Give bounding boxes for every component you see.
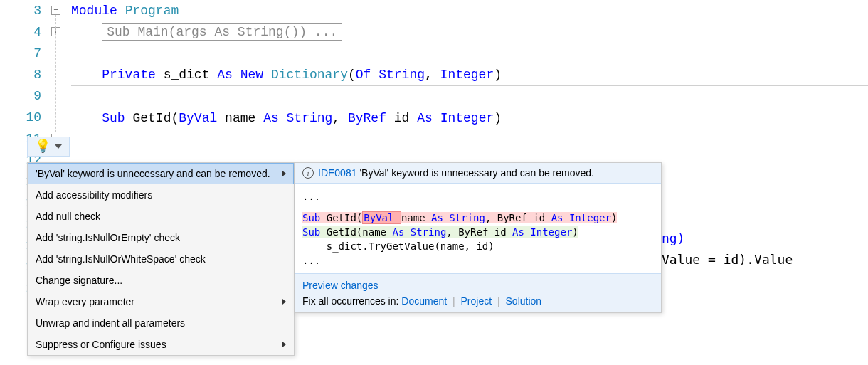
diagnostic-code: IDE0081	[318, 167, 356, 179]
qa-add-accessibility[interactable]: Add accessibility modifiers	[28, 184, 294, 206]
preview-pane: i IDE0081 'ByVal' keyword is unnecessary…	[295, 162, 662, 313]
preview-changes-link[interactable]: Preview changes	[302, 280, 379, 291]
submenu-arrow-icon	[282, 171, 286, 176]
collapsed-region[interactable]: Sub Main(args As String()) ...	[102, 23, 342, 41]
qa-add-null-check[interactable]: Add null check	[28, 206, 294, 227]
chevron-down-icon	[55, 144, 62, 149]
info-icon: i	[302, 167, 314, 179]
diagnostic-text: 'ByVal' keyword is unnecessary and can b…	[359, 167, 594, 179]
fold-guide	[55, 15, 56, 136]
qa-isnullorwhitespace[interactable]: Add 'string.IsNullOrWhiteSpace' check	[28, 248, 294, 270]
quick-actions-menu: 'ByVal' keyword is unnecessary and can b…	[27, 162, 295, 356]
submenu-arrow-icon	[282, 342, 286, 347]
qa-wrap-params[interactable]: Wrap every parameter	[28, 291, 294, 312]
qa-change-signature[interactable]: Change signature...	[28, 270, 294, 291]
qa-isnullorempty[interactable]: Add 'string.IsNullOrEmpty' check	[28, 227, 294, 248]
preview-diff: ... Sub GetId(ByVal name As String, ByRe…	[295, 184, 661, 273]
fix-scope-document[interactable]: Document	[401, 295, 447, 307]
lightbulb-button[interactable]: 💡	[27, 137, 70, 157]
qa-unwrap-params[interactable]: Unwrap and indent all parameters	[28, 312, 294, 334]
preview-footer: Preview changes Fix all occurrences in: …	[295, 273, 661, 312]
qa-suppress-configure[interactable]: Suppress or Configure issues	[28, 334, 294, 355]
preview-header: i IDE0081 'ByVal' keyword is unnecessary…	[295, 163, 661, 184]
fix-scope-project[interactable]: Project	[461, 295, 492, 307]
background-code-fragment: ng)	[662, 228, 685, 249]
qa-remove-byval[interactable]: 'ByVal' keyword is unnecessary and can b…	[28, 163, 294, 184]
fold-toggle-module[interactable]: −	[51, 6, 60, 15]
fix-scope-solution[interactable]: Solution	[506, 295, 542, 307]
background-code-fragment: Value = id).Value	[662, 249, 793, 270]
lightbulb-icon: 💡	[35, 140, 51, 153]
submenu-arrow-icon	[282, 299, 286, 305]
